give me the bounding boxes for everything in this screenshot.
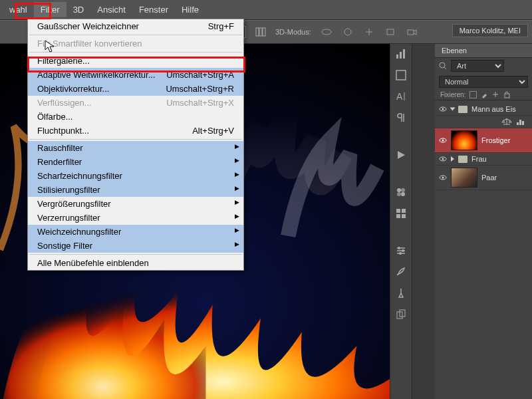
blend-mode-select[interactable]: Normal xyxy=(439,76,528,88)
folder-icon xyxy=(458,106,467,113)
brush2-icon[interactable] xyxy=(395,287,407,299)
move-icon[interactable] xyxy=(363,27,375,37)
layer-list: Mann aus Eis Frostiger Frau Paar xyxy=(435,100,532,190)
menu-3d[interactable]: 3D xyxy=(66,2,91,17)
layer-adjust[interactable] xyxy=(435,116,532,128)
menu-item[interactable]: Adaptive Weitwinkelkorrektur...Umschalt+… xyxy=(28,68,243,82)
svg-point-17 xyxy=(401,192,405,196)
svg-rect-19 xyxy=(402,209,406,213)
grid-icon[interactable] xyxy=(395,207,407,219)
svg-point-22 xyxy=(398,247,400,249)
menu-item[interactable]: Scharfzeichnungsfilter▶ xyxy=(28,169,243,183)
layer-name[interactable]: Frostiger xyxy=(481,136,510,144)
mode-label: 3D-Modus: xyxy=(275,28,311,36)
layers-panel: Ebenen Art Normal Fixieren: Mann aus Eis xyxy=(435,44,532,399)
paragraph-icon[interactable] xyxy=(395,112,407,124)
disclosure-triangle[interactable] xyxy=(451,156,454,162)
play-icon[interactable] xyxy=(395,149,407,161)
svg-rect-0 xyxy=(256,28,259,36)
menu-item[interactable]: Filtergalerie... xyxy=(28,54,243,68)
svg-rect-1 xyxy=(259,28,262,36)
brush-icon[interactable] xyxy=(395,266,407,278)
user-badge[interactable]: Marco Kolditz, MEI xyxy=(452,24,528,37)
menu-fenster[interactable]: Fenster xyxy=(132,2,175,17)
svg-point-38 xyxy=(442,158,444,160)
menu-item[interactable]: Stilisierungsfilter▶ xyxy=(28,183,243,197)
layers-tab[interactable]: Ebenen xyxy=(435,44,532,58)
menu-item[interactable]: Sonstige Filter▶ xyxy=(28,239,243,253)
filter-kind-select[interactable]: Art xyxy=(451,60,504,72)
menu-item[interactable]: Vergrößerungsfilter▶ xyxy=(28,197,243,211)
menubar: wahl Filter 3D Ansicht Fenster Hilfe xyxy=(0,0,532,20)
layer-thumb xyxy=(451,168,477,188)
menu-item: Verflüssigen...Umschalt+Strg+X xyxy=(28,96,243,110)
visibility-icon[interactable] xyxy=(439,105,447,113)
lock-pixels[interactable] xyxy=(469,91,477,98)
layer-name[interactable]: Mann aus Eis xyxy=(471,105,516,113)
layer-group[interactable]: Mann aus Eis xyxy=(435,103,532,116)
svg-rect-2 xyxy=(263,28,265,36)
menu-auswahl[interactable]: wahl xyxy=(3,2,34,17)
menu-item[interactable]: Alle Menübefehle einblenden xyxy=(28,256,243,270)
cursor-icon xyxy=(45,40,55,53)
color-icon[interactable] xyxy=(395,69,407,81)
menu-item[interactable]: Gaußscher WeichzeichnerStrg+F xyxy=(28,19,243,33)
columns-icon[interactable] xyxy=(255,27,266,37)
visibility-icon[interactable] xyxy=(439,174,447,182)
balance-icon xyxy=(501,118,512,126)
svg-rect-21 xyxy=(402,214,406,218)
pan-icon[interactable] xyxy=(342,27,354,37)
filter-btn-1[interactable] xyxy=(508,61,517,70)
svg-point-31 xyxy=(442,108,444,110)
menu-item[interactable]: Rauschfilter▶ xyxy=(28,141,243,155)
layer-name[interactable]: Frau xyxy=(471,155,487,163)
lock-row: Fixieren: xyxy=(435,90,532,100)
camera-icon[interactable] xyxy=(406,27,418,37)
layer-group[interactable]: Frau xyxy=(435,153,532,166)
svg-rect-10 xyxy=(403,49,405,59)
orbit-icon[interactable] xyxy=(321,27,332,37)
menu-item[interactable]: Ölfarbe... xyxy=(28,110,243,124)
layer-item[interactable]: Paar xyxy=(435,166,532,190)
layer-name[interactable]: Paar xyxy=(481,174,497,182)
menu-filter[interactable]: Filter xyxy=(34,2,66,17)
lock-all-icon[interactable] xyxy=(503,91,511,98)
search-icon xyxy=(439,62,447,70)
svg-rect-5 xyxy=(387,29,394,35)
menu-ansicht[interactable]: Ansicht xyxy=(90,2,132,17)
svg-point-24 xyxy=(399,252,402,255)
menu-item[interactable]: Verzerrungsfilter▶ xyxy=(28,211,243,225)
histogram-icon[interactable] xyxy=(395,48,407,60)
menu-item[interactable]: Objektivkorrektur...Umschalt+Strg+R xyxy=(28,82,243,96)
filter-btn-2[interactable] xyxy=(519,61,528,70)
svg-line-28 xyxy=(444,67,446,69)
layer-item[interactable]: Frostiger xyxy=(435,128,532,153)
menu-item: Für Smartfilter konvertieren xyxy=(28,37,243,51)
svg-rect-29 xyxy=(505,94,509,98)
svg-point-16 xyxy=(397,192,401,196)
lock-brush-icon[interactable] xyxy=(481,91,488,98)
svg-text:A: A xyxy=(396,91,403,102)
svg-rect-20 xyxy=(396,214,400,218)
type-icon[interactable]: A xyxy=(395,90,407,102)
visibility-icon[interactable] xyxy=(439,136,447,144)
clone-icon[interactable] xyxy=(395,309,407,321)
svg-point-14 xyxy=(397,188,401,192)
svg-rect-34 xyxy=(522,121,524,125)
light-icon[interactable] xyxy=(384,27,396,37)
svg-rect-33 xyxy=(519,120,521,125)
svg-rect-9 xyxy=(400,52,402,59)
visibility-icon[interactable] xyxy=(439,155,447,163)
svg-rect-6 xyxy=(408,30,414,35)
swatches-icon[interactable] xyxy=(395,186,407,198)
menu-item[interactable]: Renderfilter▶ xyxy=(28,155,243,169)
menu-item[interactable]: Fluchtpunkt...Alt+Strg+V xyxy=(28,124,243,138)
svg-point-4 xyxy=(344,29,351,35)
svg-point-15 xyxy=(401,188,405,192)
menu-item[interactable]: Weichzeichnungsfilter▶ xyxy=(28,225,243,239)
menu-hilfe[interactable]: Hilfe xyxy=(175,2,205,17)
adjust-icon[interactable] xyxy=(395,245,407,257)
disclosure-triangle[interactable] xyxy=(450,108,456,111)
lock-move-icon[interactable] xyxy=(492,91,499,98)
levels-icon xyxy=(516,118,525,126)
